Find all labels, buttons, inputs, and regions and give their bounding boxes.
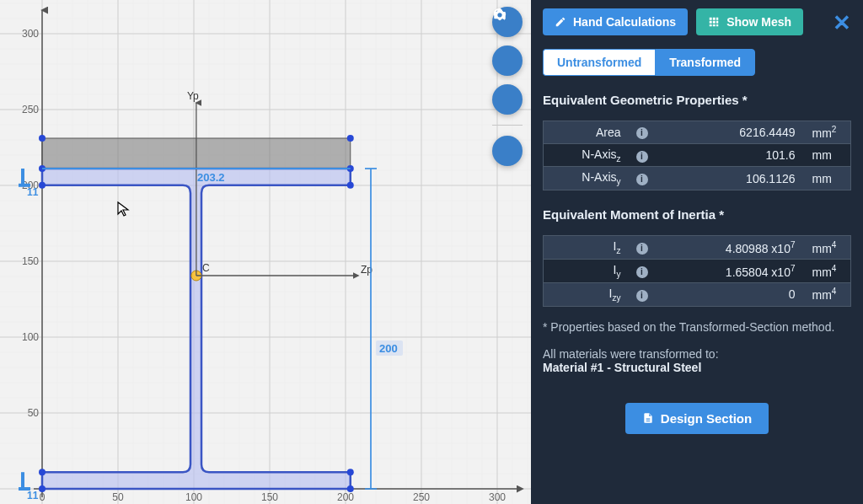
design-section-label: Design Section bbox=[661, 411, 752, 426]
hand-calculations-button[interactable]: Hand Calculations bbox=[543, 8, 688, 35]
table-row: Izi4.80988 x107mm4 bbox=[544, 236, 851, 260]
grid-icon bbox=[708, 16, 720, 28]
flange-label-bot: 11 bbox=[27, 490, 39, 501]
info-icon: i bbox=[636, 290, 648, 302]
svg-point-10 bbox=[347, 485, 354, 492]
table-row: Izyi0mm4 bbox=[544, 282, 851, 306]
prop-label: Iy bbox=[544, 260, 628, 283]
prop-value: 4.80988 x107 bbox=[657, 236, 804, 260]
prop-value: 106.1126 bbox=[657, 167, 804, 190]
prop-label: N-Axisz bbox=[544, 143, 628, 167]
prop-value: 1.65804 x107 bbox=[657, 260, 804, 283]
prop-value: 101.6 bbox=[657, 143, 804, 167]
prop-value: 0 bbox=[657, 282, 804, 306]
svg-point-12 bbox=[347, 135, 354, 142]
y-tick: 150 bbox=[22, 255, 39, 267]
x-tick: 150 bbox=[261, 491, 278, 503]
prop-unit: mm bbox=[804, 143, 851, 167]
section-heading-geom: Equivalent Geometric Properties * bbox=[543, 93, 851, 107]
design-section-button[interactable]: Design Section bbox=[625, 403, 769, 434]
dim-height-label: 200 bbox=[379, 342, 398, 355]
y-tick: 50 bbox=[28, 407, 40, 419]
svg-text:C: C bbox=[202, 262, 210, 274]
prop-label: Area bbox=[544, 121, 628, 144]
section-canvas[interactable]: 0 50 100 150 200 250 300 50 100 150 200 … bbox=[0, 0, 531, 504]
table-row: Areai6216.4449mm2 bbox=[544, 121, 851, 144]
tab-transformed[interactable]: Transformed bbox=[655, 49, 755, 76]
snapshot-button[interactable] bbox=[492, 136, 523, 166]
table-row: N-Axiszi101.6mm bbox=[544, 143, 851, 167]
prop-unit: mm4 bbox=[804, 236, 851, 260]
prop-label: Izy bbox=[544, 282, 628, 306]
info-cell[interactable]: i bbox=[628, 260, 657, 283]
x-tick: 0 bbox=[40, 491, 46, 503]
y-tick: 250 bbox=[22, 104, 39, 115]
svg-point-6 bbox=[347, 182, 354, 189]
plot-svg: 0 50 100 150 200 250 300 50 100 150 200 … bbox=[0, 0, 531, 504]
flange-label-top: 11 bbox=[27, 186, 39, 198]
svg-point-32 bbox=[497, 13, 501, 17]
zoom-out-button[interactable] bbox=[492, 46, 523, 76]
inertia-properties-table: Izi4.80988 x107mm4Iyi1.65804 x107mm4Izyi… bbox=[543, 235, 851, 306]
x-tick: 200 bbox=[337, 491, 354, 503]
transform-tabs: Untransformed Transformed bbox=[543, 49, 851, 76]
show-mesh-label: Show Mesh bbox=[726, 15, 791, 29]
info-cell[interactable]: i bbox=[628, 143, 657, 167]
geom-properties-table: Areai6216.4449mm2N-Axiszi101.6mmN-Axisyi… bbox=[543, 121, 851, 190]
prop-value: 6216.4449 bbox=[657, 121, 804, 144]
dim-width-label: 203.2 bbox=[197, 171, 225, 184]
info-cell[interactable]: i bbox=[628, 236, 657, 260]
y-tick: 300 bbox=[22, 28, 39, 40]
info-icon: i bbox=[636, 151, 648, 163]
properties-panel: ✕ Hand Calculations Show Mesh Untransfor… bbox=[531, 0, 863, 504]
show-mesh-button[interactable]: Show Mesh bbox=[696, 8, 803, 35]
axis-label-yp: Yp bbox=[187, 90, 199, 102]
pencil-icon bbox=[555, 16, 566, 28]
x-tick: 50 bbox=[112, 491, 124, 503]
x-tick: 100 bbox=[185, 491, 202, 503]
prop-label: Iz bbox=[544, 236, 628, 260]
close-icon: ✕ bbox=[833, 10, 851, 35]
prop-unit: mm4 bbox=[804, 260, 851, 283]
svg-point-8 bbox=[347, 469, 354, 475]
info-icon: i bbox=[636, 266, 648, 278]
prop-unit: mm2 bbox=[804, 121, 851, 144]
section-heading-inertia: Equivalent Moment of Inertia * bbox=[543, 207, 851, 222]
info-cell[interactable]: i bbox=[628, 167, 657, 190]
table-row: Iyi1.65804 x107mm4 bbox=[544, 260, 851, 283]
material-note-name: Material #1 - Structural Steel bbox=[543, 361, 701, 374]
svg-point-9 bbox=[39, 485, 46, 492]
svg-point-11 bbox=[39, 135, 46, 142]
x-tick: 250 bbox=[413, 491, 430, 503]
info-cell[interactable]: i bbox=[628, 282, 657, 306]
info-cell[interactable]: i bbox=[628, 121, 657, 144]
prop-label: N-Axisy bbox=[544, 167, 628, 190]
pan-button[interactable] bbox=[492, 84, 523, 115]
tab-untransformed[interactable]: Untransformed bbox=[543, 49, 655, 76]
svg-point-5 bbox=[39, 182, 46, 189]
document-icon bbox=[642, 411, 654, 425]
method-note: * Properties based on the Transformed-Se… bbox=[543, 320, 851, 334]
svg-point-7 bbox=[39, 469, 46, 475]
x-tick: 300 bbox=[489, 491, 506, 503]
prop-unit: mm4 bbox=[804, 282, 851, 306]
close-button[interactable]: ✕ bbox=[833, 12, 851, 34]
y-tick: 100 bbox=[22, 331, 39, 343]
info-icon: i bbox=[636, 127, 648, 139]
info-icon: i bbox=[636, 243, 648, 255]
table-row: N-Axisyi106.1126mm bbox=[544, 167, 851, 190]
material-note: All materials were transformed to: Mater… bbox=[543, 347, 851, 374]
hand-calculations-label: Hand Calculations bbox=[573, 15, 676, 29]
info-icon: i bbox=[636, 174, 648, 185]
toolbar-separator bbox=[492, 125, 523, 126]
material-note-pre: All materials were transformed to: bbox=[543, 347, 719, 361]
prop-unit: mm bbox=[804, 167, 851, 190]
